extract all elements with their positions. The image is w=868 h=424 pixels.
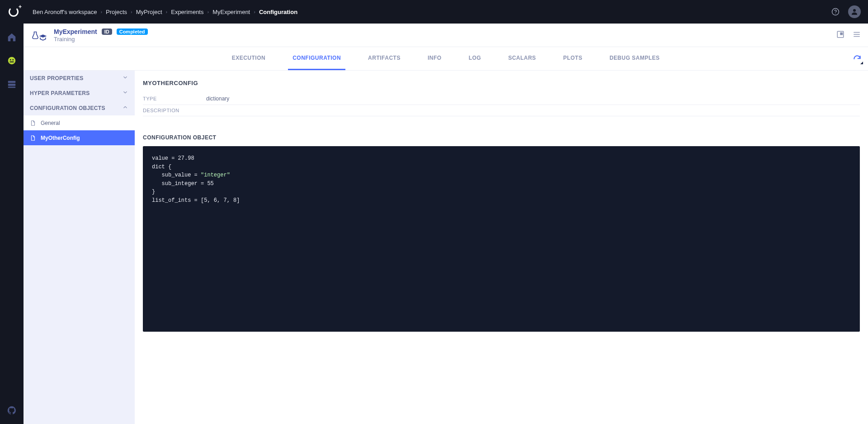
sidebar-item-general[interactable]: General — [24, 115, 135, 130]
nav-projects-icon[interactable] — [6, 55, 17, 66]
tabs: EXECUTION CONFIGURATION ARTIFACTS INFO L… — [24, 47, 868, 70]
tab-debug-samples[interactable]: DEBUG SAMPLES — [605, 47, 664, 70]
sidebar-group-label: USER PROPERTIES — [30, 75, 84, 81]
id-badge[interactable]: ID — [102, 29, 112, 35]
svg-point-4 — [10, 59, 11, 61]
description-label: DESCRIPTION — [143, 108, 206, 113]
menu-icon[interactable] — [853, 30, 861, 40]
breadcrumb: Ben Aronoff's workspace › Projects › MyP… — [33, 9, 831, 15]
sidebar-group-label: HYPER PARAMETERS — [30, 90, 90, 96]
breadcrumb-current: Configuration — [259, 9, 297, 15]
chevron-right-icon: › — [166, 9, 168, 14]
svg-rect-7 — [8, 81, 16, 83]
tab-info[interactable]: INFO — [423, 47, 446, 70]
experiment-type-icon — [31, 29, 47, 42]
tab-execution[interactable]: EXECUTION — [227, 47, 270, 70]
breadcrumb-experiments[interactable]: Experiments — [171, 9, 203, 15]
svg-rect-14 — [854, 36, 860, 37]
chevron-up-icon — [122, 104, 128, 112]
sidebar-item-myotherconfig[interactable]: MyOtherConfig — [24, 130, 135, 145]
sidebar-group-hyper-parameters[interactable]: HYPER PARAMETERS — [24, 86, 135, 100]
refresh-button[interactable] — [853, 54, 862, 63]
svg-point-3 — [8, 57, 16, 65]
config-object-title: CONFIGURATION OBJECT — [143, 134, 860, 141]
svg-point-1 — [835, 14, 835, 14]
app-logo[interactable]: + — [7, 5, 20, 18]
chevron-right-icon: › — [100, 9, 102, 14]
tab-plots[interactable]: PLOTS — [559, 47, 587, 70]
breadcrumb-workspace[interactable]: Ben Aronoff's workspace — [33, 9, 97, 15]
user-avatar[interactable] — [848, 5, 861, 18]
page-title: MyExperiment — [54, 28, 97, 35]
page-subtitle: Training — [54, 36, 148, 43]
svg-rect-13 — [854, 34, 860, 35]
svg-rect-6 — [9, 62, 14, 62]
svg-point-0 — [832, 9, 839, 15]
status-badge: Completed — [117, 29, 148, 35]
svg-point-5 — [12, 59, 14, 61]
tab-scalars[interactable]: SCALARS — [504, 47, 541, 70]
tab-log[interactable]: LOG — [464, 47, 486, 70]
chevron-right-icon: › — [254, 9, 255, 14]
chevron-down-icon — [122, 74, 128, 82]
breadcrumb-projects[interactable]: Projects — [106, 9, 127, 15]
sidebar-group-configuration-objects[interactable]: CONFIGURATION OBJECTS — [24, 100, 135, 115]
svg-point-2 — [853, 9, 856, 12]
type-label: TYPE — [143, 96, 206, 101]
help-icon[interactable] — [831, 7, 840, 16]
tab-artifacts[interactable]: ARTIFACTS — [363, 47, 405, 70]
breadcrumb-project[interactable]: MyProject — [136, 9, 162, 15]
chevron-right-icon: › — [207, 9, 209, 14]
config-code-block[interactable]: value = 27.98 dict { sub_value = "intege… — [143, 146, 860, 332]
chevron-right-icon: › — [131, 9, 132, 14]
detail-heading: MYOTHERCONFIG — [143, 80, 860, 86]
svg-rect-11 — [840, 33, 843, 35]
svg-rect-8 — [8, 84, 16, 86]
github-icon[interactable] — [6, 405, 17, 416]
chevron-down-icon — [122, 89, 128, 97]
tab-configuration[interactable]: CONFIGURATION — [288, 47, 345, 70]
maximize-icon[interactable] — [836, 30, 844, 40]
sidebar-item-label: General — [41, 120, 60, 126]
nav-workers-icon[interactable] — [6, 79, 17, 90]
sidebar-group-user-properties[interactable]: USER PROPERTIES — [24, 71, 135, 86]
svg-rect-12 — [854, 32, 860, 33]
nav-home-icon[interactable] — [6, 32, 17, 43]
sidebar-item-label: MyOtherConfig — [41, 135, 80, 141]
config-sidebar: USER PROPERTIES HYPER PARAMETERS CONFIGU… — [24, 71, 135, 424]
svg-rect-9 — [8, 87, 16, 88]
detail-pane: MYOTHERCONFIG TYPE dictionary DESCRIPTIO… — [135, 71, 868, 424]
sidebar-group-label: CONFIGURATION OBJECTS — [30, 105, 105, 111]
left-rail — [0, 24, 24, 424]
breadcrumb-experiment[interactable]: MyExperiment — [212, 9, 250, 15]
type-value: dictionary — [206, 95, 229, 102]
